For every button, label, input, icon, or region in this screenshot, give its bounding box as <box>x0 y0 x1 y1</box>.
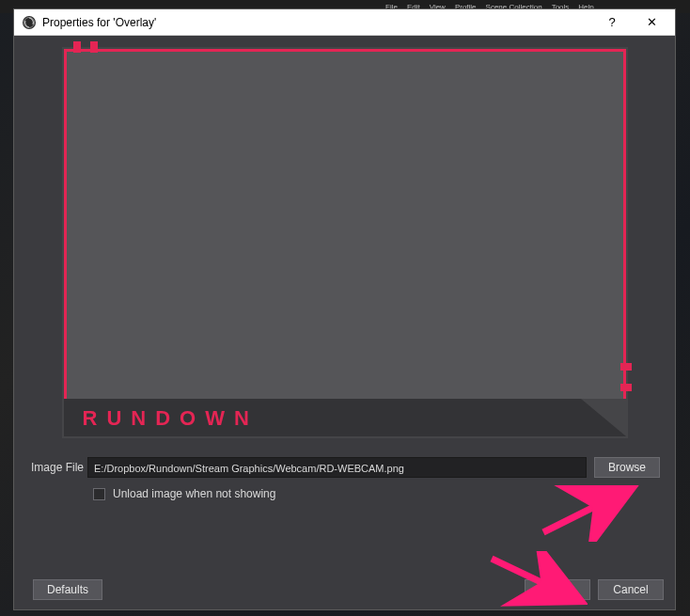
overlay-footer-slant <box>581 399 626 436</box>
image-file-input[interactable]: E:/Dropbox/Rundown/Stream Graphics/Webca… <box>87 457 587 478</box>
bottom-bar: Defaults OK Cancel <box>14 572 675 609</box>
overlay-notch <box>620 384 632 391</box>
cancel-button[interactable]: Cancel <box>598 579 664 600</box>
form-area: Image File E:/Dropbox/Rundown/Stream Gra… <box>14 444 675 508</box>
overlay-frame: RUNDOWN <box>64 49 626 436</box>
preview-area: RUNDOWN <box>14 36 675 444</box>
dialog-content: RUNDOWN Image File E:/Dropbox/Rundown/St… <box>14 36 675 609</box>
titlebar[interactable]: Properties for 'Overlay' ? ✕ <box>14 9 675 36</box>
image-file-label: Image File <box>31 461 87 474</box>
unload-label: Unload image when not showing <box>113 487 275 500</box>
overlay-brand-text: RUNDOWN <box>83 406 259 431</box>
overlay-inner <box>67 52 623 399</box>
unload-checkbox[interactable] <box>93 488 105 500</box>
overlay-border-right <box>623 49 626 399</box>
overlay-preview: RUNDOWN <box>62 47 628 438</box>
properties-dialog: Properties for 'Overlay' ? ✕ RUNDOWN <box>13 8 676 610</box>
browse-button[interactable]: Browse <box>594 457 660 478</box>
ok-button[interactable]: OK <box>525 579 590 600</box>
overlay-footer: RUNDOWN <box>64 399 626 436</box>
overlay-notch <box>90 41 98 53</box>
unload-row: Unload image when not showing <box>31 487 660 500</box>
image-file-row: Image File E:/Dropbox/Rundown/Stream Gra… <box>31 457 660 478</box>
window-title: Properties for 'Overlay' <box>42 16 592 29</box>
close-button[interactable]: ✕ <box>632 9 671 36</box>
overlay-notch <box>620 363 632 371</box>
spacer <box>14 508 675 572</box>
defaults-button[interactable]: Defaults <box>33 579 102 600</box>
overlay-notch <box>73 41 81 53</box>
app-icon <box>22 15 37 30</box>
help-button[interactable]: ? <box>592 9 632 36</box>
